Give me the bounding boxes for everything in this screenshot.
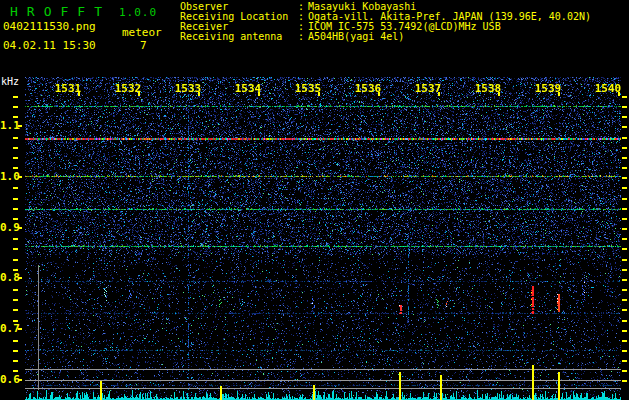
app-version: 1.0.0 [119, 6, 157, 19]
freq-label: 1.0 [0, 171, 19, 183]
freq-minor-tick-left [13, 320, 18, 322]
freq-minor-tick-right [622, 299, 627, 301]
minute-tick [378, 92, 380, 96]
freq-minor-tick-right [622, 320, 627, 322]
freq-minor-tick-left [13, 269, 18, 271]
freq-minor-tick-right [622, 259, 627, 261]
freq-minor-tick-right [622, 269, 627, 271]
freq-minor-tick-left [13, 289, 18, 291]
freq-minor-tick-right [622, 126, 627, 128]
freq-minor-tick-right [622, 198, 627, 200]
freq-label: 0.6 [0, 374, 19, 386]
app-title: HROFFT [10, 4, 111, 19]
freq-minor-tick-right [622, 380, 627, 382]
freq-minor-tick-right [622, 370, 627, 372]
freq-label: 0.9 [0, 222, 19, 234]
freq-minor-tick-right [622, 330, 627, 332]
freq-minor-tick-right [622, 106, 627, 108]
freq-minor-tick-left [13, 157, 18, 159]
freq-major-tick [18, 176, 22, 178]
freq-minor-tick-left [13, 208, 18, 210]
freq-minor-tick-left [13, 167, 18, 169]
freq-major-tick [18, 277, 22, 279]
minute-tick [618, 92, 620, 96]
freq-major-tick [18, 125, 22, 127]
freq-minor-tick-left [13, 370, 18, 372]
output-filename: 0402111530.png [3, 20, 96, 33]
freq-minor-tick-left [13, 137, 18, 139]
freq-minor-tick-right [622, 289, 627, 291]
freq-minor-tick-left [13, 116, 18, 118]
freq-minor-tick-left [13, 340, 18, 342]
minute-tick [258, 92, 260, 96]
minute-tick [198, 92, 200, 96]
freq-minor-tick-right [622, 167, 627, 169]
freq-minor-tick-right [622, 350, 627, 352]
freq-major-tick [18, 227, 22, 229]
station-info: Observer:Masayuki KobayashiReceiving Loc… [180, 2, 591, 42]
freq-minor-tick-left [13, 350, 18, 352]
freq-minor-tick-right [622, 279, 627, 281]
freq-minor-tick-right [622, 238, 627, 240]
hrofft-window: HROFFT 1.0.0 0402111530.png meteor 04.02… [0, 0, 629, 400]
freq-minor-tick-right [622, 340, 627, 342]
freq-minor-tick-left [13, 198, 18, 200]
minute-tick [558, 92, 560, 96]
freq-minor-tick-right [622, 157, 627, 159]
freq-minor-tick-right [622, 309, 627, 311]
info-colon: : [298, 32, 308, 42]
freq-minor-tick-left [13, 248, 18, 250]
observation-mode: meteor [122, 26, 162, 39]
freq-minor-tick-right [622, 248, 627, 250]
freq-minor-tick-right [622, 96, 627, 98]
minute-tick [138, 92, 140, 96]
minute-tick [438, 92, 440, 96]
minute-tick [78, 92, 80, 96]
freq-minor-tick-left [13, 299, 18, 301]
freq-minor-tick-left [13, 309, 18, 311]
info-value: A504HB(yagi 4el) [308, 32, 404, 42]
minute-tick [318, 92, 320, 96]
freq-minor-tick-right [622, 147, 627, 149]
freq-minor-tick-right [622, 228, 627, 230]
freq-label: 0.7 [0, 323, 19, 335]
freq-minor-tick-left [13, 238, 18, 240]
freq-minor-tick-left [13, 259, 18, 261]
freq-minor-tick-right [622, 360, 627, 362]
info-row: Receiving antenna:A504HB(yagi 4el) [180, 32, 591, 42]
freq-minor-tick-left [13, 147, 18, 149]
spectrogram-canvas [25, 77, 621, 400]
freq-minor-tick-left [13, 360, 18, 362]
freq-minor-tick-left [13, 106, 18, 108]
freq-minor-tick-right [622, 187, 627, 189]
freq-major-tick [18, 328, 22, 330]
meteor-count: 7 [140, 39, 147, 52]
capture-datetime: 04.02.11 15:30 [3, 39, 96, 52]
freq-major-tick [18, 379, 22, 381]
freq-minor-tick-left [13, 218, 18, 220]
freq-minor-tick-right [622, 137, 627, 139]
freq-minor-tick-right [622, 218, 627, 220]
freq-minor-tick-right [622, 208, 627, 210]
freq-label: 0.8 [0, 272, 19, 284]
freq-minor-tick-left [13, 187, 18, 189]
freq-minor-tick-right [622, 116, 627, 118]
freq-minor-tick-right [622, 177, 627, 179]
minute-tick [498, 92, 500, 96]
freq-minor-tick-left [13, 96, 18, 98]
info-label: Receiving antenna [180, 32, 298, 42]
freq-label: 1.1 [0, 120, 19, 132]
khz-unit-label: kHz [1, 76, 19, 87]
